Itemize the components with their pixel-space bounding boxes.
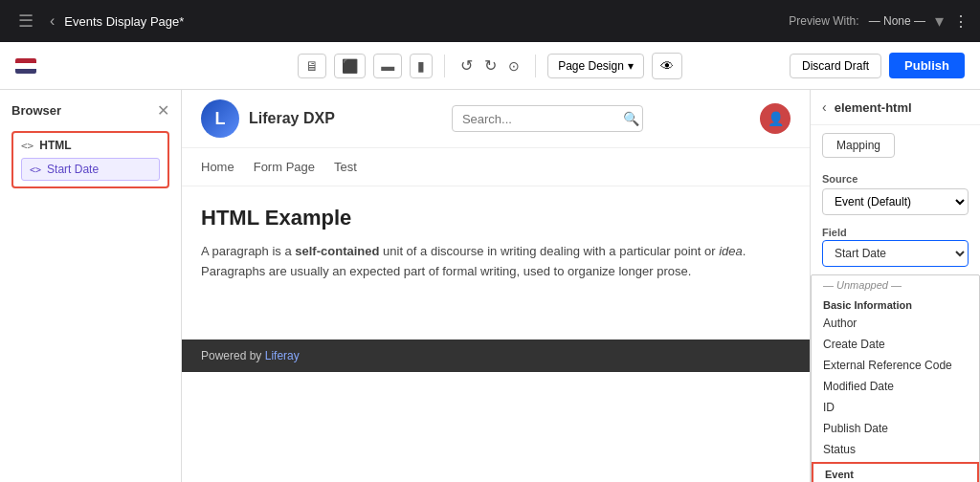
toolbar-right: Discard Draft Publish: [790, 53, 965, 78]
right-panel-title: element-html: [835, 100, 912, 115]
divider2: [535, 55, 536, 77]
preview-page-body: A paragraph is a self-contained unit of …: [201, 242, 791, 282]
nav-home[interactable]: Home: [201, 156, 234, 178]
browser-panel-title: Browser: [11, 103, 61, 118]
body-italic: idea: [719, 244, 743, 258]
undo-redo-group: ↺ ↻ ⊙: [457, 55, 523, 77]
footer-link[interactable]: Liferay: [265, 349, 300, 362]
main-layout: Browser ✕ <> HTML <> Start Date L Lif: [0, 90, 980, 482]
preview-label: Preview With:: [789, 14, 858, 28]
preview-arrow-icon: ▾: [935, 11, 944, 32]
nav-bar: Home Form Page Test: [182, 148, 810, 186]
event-group-label: Event: [813, 464, 977, 482]
dropdown-item-external-ref[interactable]: External Reference Code: [812, 355, 979, 376]
basic-info-group-label: Basic Information: [812, 295, 979, 313]
event-dropdown-section: Event Start Date: [812, 462, 979, 482]
page-content: HTML Example A paragraph is a self-conta…: [182, 186, 810, 301]
body-text-2: unit of a discourse in writing dealing w…: [379, 244, 719, 258]
sidebar-toggle-button[interactable]: ☰: [11, 7, 40, 35]
preview-footer: Powered by Liferay: [182, 340, 810, 372]
preview-header: L Liferay DXP 🔍 👤: [182, 90, 810, 148]
nav-test[interactable]: Test: [334, 156, 357, 178]
preview-value: — None —: [869, 14, 925, 28]
top-bar-right: Preview With: — None — ▾ ⋮: [789, 11, 969, 32]
page-design-arrow-icon: ▾: [628, 59, 634, 73]
logo-circle: L: [201, 99, 239, 138]
dropdown-item-modified-date[interactable]: Modified Date: [812, 376, 979, 397]
top-bar-left: ☰ ‹ Events Display Page*: [11, 7, 184, 35]
logo-text: Liferay DXP: [249, 110, 335, 127]
avatar-icon: 👤: [768, 111, 784, 126]
browser-panel-header: Browser ✕: [11, 101, 169, 120]
history-button[interactable]: ⊙: [504, 55, 523, 77]
page-design-label: Page Design: [558, 59, 624, 73]
toolbar-center: 🖥 ⬛ ▬ ▮ ↺ ↻ ⊙ Page Design ▾ 👁: [298, 53, 682, 79]
field-label: Field: [811, 223, 980, 240]
footer-text: Powered by: [201, 349, 265, 362]
search-icon: 🔍: [623, 111, 639, 126]
toolbar: 🖥 ⬛ ▬ ▮ ↺ ↻ ⊙ Page Design ▾ 👁 Discard Dr…: [0, 42, 980, 90]
html-section-label: HTML: [39, 139, 71, 152]
field-select[interactable]: Start Date: [822, 240, 969, 267]
body-text-1: A paragraph is a: [201, 244, 295, 258]
content-area: L Liferay DXP 🔍 👤 Home Form Page Test: [182, 90, 810, 482]
publish-button[interactable]: Publish: [889, 53, 965, 78]
search-input[interactable]: [462, 112, 615, 126]
desktop-view-button[interactable]: 🖥: [298, 54, 326, 78]
html-section: <> HTML <> Start Date: [11, 131, 169, 188]
preview-page-title: HTML Example: [201, 206, 791, 230]
page-design-button[interactable]: Page Design ▾: [547, 54, 644, 78]
unmapped-label: — Unmapped —: [812, 275, 979, 295]
top-bar: ☰ ‹ Events Display Page* Preview With: —…: [0, 0, 980, 42]
field-section: Field Start Date: [811, 223, 980, 274]
source-select[interactable]: Event (Default): [822, 188, 969, 215]
field-dropdown-list: — Unmapped — Basic Information Author Cr…: [811, 274, 980, 482]
mobile-landscape-button[interactable]: ▬: [373, 54, 402, 78]
back-nav-button[interactable]: ‹: [50, 12, 55, 30]
preview-logo: L Liferay DXP: [201, 99, 335, 138]
logo-letter: L: [215, 109, 226, 129]
dropdown-item-author[interactable]: Author: [812, 313, 979, 334]
html-tag-icon: <>: [21, 140, 33, 152]
page-title: Events Display Page*: [64, 14, 184, 29]
undo-button[interactable]: ↺: [457, 55, 477, 77]
dropdown-item-status[interactable]: Status: [812, 439, 979, 460]
mapping-tab-button[interactable]: Mapping: [822, 133, 895, 158]
start-date-label: Start Date: [47, 163, 99, 176]
right-panel-back-button[interactable]: ‹: [822, 99, 827, 115]
dropdown-item-create-date[interactable]: Create Date: [812, 334, 979, 355]
tablet-view-button[interactable]: ⬛: [334, 54, 366, 78]
three-dots-menu[interactable]: ⋮: [953, 12, 969, 31]
nav-form-page[interactable]: Form Page: [254, 156, 315, 178]
mapping-tab-area: Mapping: [811, 125, 980, 165]
user-avatar: 👤: [760, 103, 791, 134]
right-panel: ‹ element-html Mapping Source Event (Def…: [810, 90, 980, 482]
body-bold-1: self-contained: [295, 244, 379, 258]
dropdown-item-publish-date[interactable]: Publish Date: [812, 418, 979, 439]
html-section-header: <> HTML: [21, 139, 160, 152]
source-section: Source Event (Default): [811, 165, 980, 223]
language-flag-icon[interactable]: [15, 58, 36, 74]
page-preview: L Liferay DXP 🔍 👤 Home Form Page Test: [182, 90, 810, 482]
source-label: Source: [811, 165, 980, 188]
browser-close-button[interactable]: ✕: [157, 101, 169, 120]
divider: [444, 55, 445, 77]
discard-draft-button[interactable]: Discard Draft: [790, 54, 881, 78]
dropdown-item-id[interactable]: ID: [812, 397, 979, 418]
start-date-code-icon: <>: [30, 164, 41, 175]
redo-button[interactable]: ↻: [480, 55, 501, 77]
toolbar-left: [15, 58, 36, 74]
mobile-portrait-button[interactable]: ▮: [410, 54, 433, 78]
search-bar[interactable]: 🔍: [452, 105, 643, 132]
preview-toggle-button[interactable]: 👁: [652, 53, 682, 79]
browser-panel: Browser ✕ <> HTML <> Start Date: [0, 90, 182, 482]
right-panel-header: ‹ element-html: [811, 90, 980, 125]
start-date-item[interactable]: <> Start Date: [21, 158, 160, 181]
